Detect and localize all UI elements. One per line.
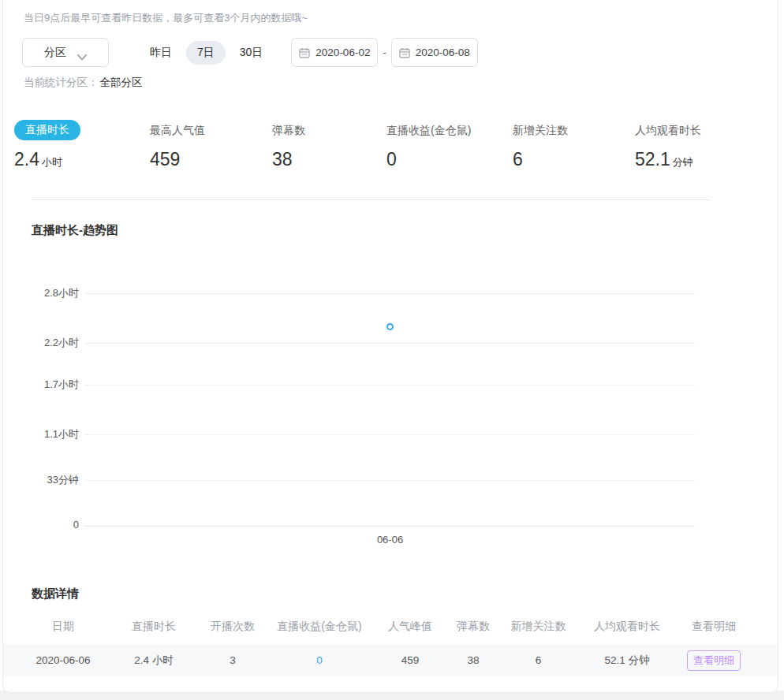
table-header-duration: 直播时长 — [110, 620, 197, 634]
metric-label: 最高人气值 — [150, 120, 272, 141]
chart-y-tick-label: 1.1小时 — [32, 427, 79, 441]
end-date-picker[interactable]: 2020-06-08 — [391, 38, 478, 67]
chart-x-labels: 06-06 — [85, 534, 695, 549]
chevron-down-icon — [77, 50, 87, 56]
range-button-7days[interactable]: 7日 — [186, 41, 226, 65]
current-partition-label: 当前统计分区： — [24, 76, 99, 88]
table-header-date: 日期 — [16, 620, 110, 634]
table-header-revenue: 直播收益(金仓鼠) — [268, 620, 371, 634]
current-partition: 当前统计分区：全部分区 — [24, 76, 143, 90]
metric-peak-popularity[interactable]: 最高人气值 459 — [150, 120, 272, 170]
table-header-avg-watch: 人均观看时长 — [580, 620, 674, 634]
end-date-value: 2020-06-08 — [416, 47, 470, 58]
table-header-sessions: 开播次数 — [197, 620, 268, 634]
chart-y-tick-label: 1.7小时 — [32, 378, 79, 392]
metrics-row: 直播时长 2.4小时 最高人气值 459 弹幕数 38 直播收益(金仓鼠) 0 … — [3, 120, 778, 170]
partition-dropdown[interactable]: 分区 — [22, 38, 109, 67]
metric-label-active-pill: 直播时长 — [14, 120, 80, 140]
metric-danmaku-count[interactable]: 弹幕数 38 — [272, 120, 386, 170]
range-button-30days[interactable]: 30日 — [229, 41, 274, 65]
chart-gridline — [85, 385, 695, 385]
cell-new-followers: 6 — [497, 654, 580, 666]
chart-data-point — [386, 323, 394, 330]
table-header-row: 日期 直播时长 开播次数 直播收益(金仓鼠) 人气峰值 弹幕数 新增关注数 人均… — [3, 615, 778, 639]
table-row: 2020-06-06 2.4 小时 3 0 459 38 6 52.1 分钟 查… — [3, 644, 778, 676]
chart-x-tick-label: 06-06 — [359, 534, 422, 545]
table-title: 数据详情 — [32, 586, 79, 601]
metric-value: 2.4小时 — [14, 149, 150, 170]
metric-value: 52.1分钟 — [635, 149, 701, 170]
section-divider — [32, 199, 710, 200]
chart-y-tick-label: 0 — [32, 519, 79, 531]
table-header-new-followers: 新增关注数 — [497, 620, 580, 634]
start-date-picker[interactable]: 2020-06-02 — [291, 38, 378, 67]
metric-label: 人均观看时长 — [635, 120, 701, 141]
range-button-yesterday[interactable]: 昨日 — [139, 41, 183, 65]
chart-gridline — [85, 480, 695, 481]
view-detail-button[interactable]: 查看明细 — [687, 650, 741, 671]
notice-text: 当日9点后最早可查看昨日数据，最多可查看3个月内的数据哦~ — [24, 11, 308, 25]
metric-live-revenue[interactable]: 直播收益(金仓鼠) 0 — [386, 120, 513, 170]
metric-label: 弹幕数 — [272, 120, 386, 141]
partition-dropdown-label: 分区 — [44, 46, 66, 60]
chart-plot — [85, 293, 695, 526]
table-header-peak: 人气峰值 — [371, 620, 450, 634]
content-card: 当日9点后最早可查看昨日数据，最多可查看3个月内的数据哦~ 分区 昨日 7日 3… — [2, 0, 778, 693]
cell-date: 2020-06-06 — [16, 654, 110, 666]
metric-label: 直播收益(金仓鼠) — [386, 120, 513, 141]
date-range-separator: - — [383, 47, 386, 58]
cell-danmaku: 38 — [450, 654, 497, 666]
chart-y-tick-label: 2.2小时 — [32, 336, 79, 350]
cell-sessions: 3 — [197, 654, 268, 666]
chart-gridline — [85, 434, 695, 435]
filter-bar: 分区 昨日 7日 30日 2020-06-02 - 2020-06-08 — [22, 38, 478, 67]
chart-gridline — [85, 293, 695, 294]
chart-y-tick-label: 33分钟 — [32, 473, 79, 487]
metric-value: 459 — [150, 149, 272, 170]
metric-live-duration[interactable]: 直播时长 2.4小时 — [14, 120, 150, 170]
table-header-danmaku: 弹幕数 — [450, 620, 497, 634]
cell-action: 查看明细 — [674, 650, 753, 671]
metric-value: 0 — [386, 149, 513, 170]
calendar-icon — [399, 47, 410, 58]
metric-unit: 分钟 — [673, 156, 693, 168]
chart-y-tick-label: 2.8小时 — [32, 286, 79, 300]
chart-title: 直播时长-趋势图 — [32, 223, 118, 238]
current-partition-value: 全部分区 — [100, 76, 143, 88]
chart-gridline — [85, 526, 695, 527]
metric-label: 新增关注数 — [513, 120, 635, 141]
cell-revenue: 0 — [268, 654, 371, 666]
cell-peak: 459 — [371, 654, 450, 666]
start-date-value: 2020-06-02 — [315, 47, 370, 58]
trend-chart: 033分钟1.1小时1.7小时2.2小时2.8小时 06-06 — [32, 284, 698, 548]
cell-avg-watch: 52.1 分钟 — [580, 653, 674, 668]
metric-avg-watch-time[interactable]: 人均观看时长 52.1分钟 — [635, 120, 701, 170]
metric-value: 6 — [513, 149, 635, 170]
chart-gridline — [85, 343, 695, 344]
table-header-detail: 查看明细 — [674, 620, 753, 634]
cell-duration: 2.4 小时 — [110, 653, 197, 668]
metric-unit: 小时 — [42, 156, 62, 168]
metric-new-followers[interactable]: 新增关注数 6 — [513, 120, 635, 170]
metric-value: 38 — [272, 149, 386, 170]
live-data-dashboard: 当日9点后最早可查看昨日数据，最多可查看3个月内的数据哦~ 分区 昨日 7日 3… — [0, 0, 784, 700]
calendar-icon — [299, 47, 310, 58]
